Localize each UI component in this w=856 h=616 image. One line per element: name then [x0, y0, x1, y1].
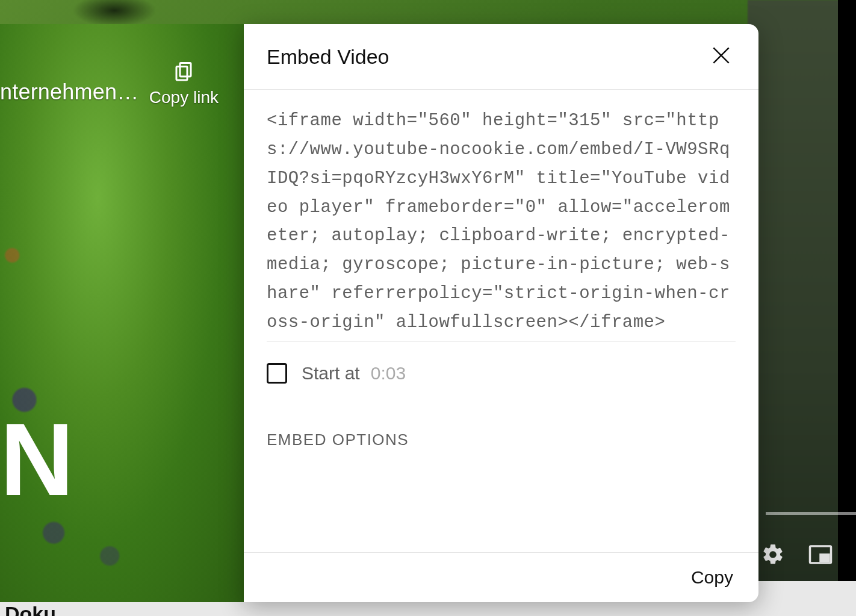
modal-body: <iframe width="560" height="315" src="ht… — [244, 90, 758, 552]
start-at-label: Start at — [302, 363, 360, 384]
player-controls-fragment — [761, 542, 833, 570]
share-panel-title-fragment: nternehmen… — [0, 79, 138, 105]
svg-rect-1 — [820, 555, 829, 561]
modal-title: Embed Video — [267, 45, 389, 69]
miniplayer-icon[interactable] — [808, 542, 833, 570]
modal-header: Embed Video — [244, 24, 758, 90]
copy-link-label: Copy link — [149, 88, 219, 107]
start-at-time-input[interactable]: 0:03 — [371, 363, 406, 384]
modal-footer: Copy — [244, 552, 758, 602]
embed-code-textarea[interactable]: <iframe width="560" height="315" src="ht… — [267, 107, 736, 341]
settings-icon[interactable] — [761, 543, 785, 569]
start-at-checkbox[interactable] — [267, 363, 287, 384]
video-title-fragment: Doku — [5, 602, 56, 616]
background-blob — [72, 0, 157, 27]
start-at-row: Start at 0:03 — [267, 363, 736, 384]
close-button[interactable] — [707, 42, 736, 71]
share-panel-overlay: nternehmen… Copy link N — [0, 24, 244, 602]
close-icon — [710, 44, 733, 69]
thumbnail-text-fragment: N — [0, 414, 73, 506]
embed-options-heading: EMBED OPTIONS — [267, 431, 736, 449]
copy-link-button[interactable]: Copy link — [149, 60, 219, 107]
background-video-frame: nternehmen… Copy link N Doku Embed Video — [0, 0, 856, 616]
background-black-strip — [838, 0, 856, 581]
copy-button[interactable]: Copy — [691, 567, 733, 588]
copy-link-icon — [173, 60, 194, 82]
svg-rect-3 — [176, 67, 187, 81]
video-progress-fragment[interactable] — [766, 512, 856, 515]
embed-video-modal: Embed Video <iframe width="560" height="… — [244, 24, 758, 602]
